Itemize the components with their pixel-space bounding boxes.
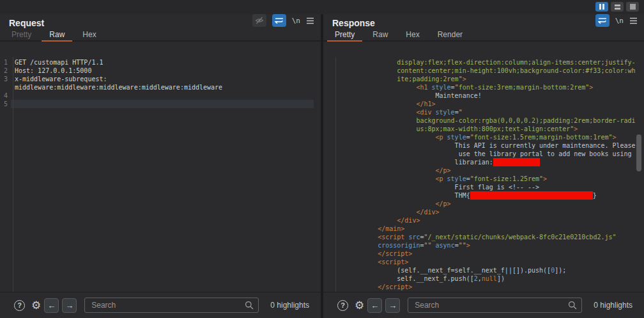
request-line: 1GET /customapi HTTP/1.1	[0, 58, 321, 67]
search-next-button[interactable]: →	[385, 298, 400, 313]
response-code-line: use the library portal to add new books …	[336, 150, 644, 158]
response-code-line: <div style="	[336, 108, 644, 116]
wrap-lines-button[interactable]	[595, 14, 610, 27]
tab-response-hex[interactable]: Hex	[397, 29, 428, 40]
hamburger-menu-icon[interactable]	[306, 17, 314, 24]
redaction-box	[470, 191, 593, 200]
request-line-text	[11, 91, 314, 100]
response-code-line: THM{}	[336, 191, 644, 200]
wrap-lines-icon	[275, 17, 284, 24]
request-tab-row: Pretty Raw Hex \n	[0, 29, 321, 42]
response-footer: ? ⚙ ← → 0 highlights	[323, 292, 644, 318]
line-number: 3	[0, 75, 10, 83]
response-panel: Response Pretty Raw Hex Render \n displa…	[323, 14, 644, 292]
response-code-line: <script>	[336, 258, 644, 266]
tab-response-render[interactable]: Render	[429, 29, 471, 40]
search-prev-button[interactable]: ←	[367, 298, 382, 313]
request-line: 3x-middleware-subrequest:	[0, 75, 321, 83]
request-line-text: middleware:middleware:middleware:middlew…	[11, 83, 314, 91]
response-code-line: </script>	[336, 283, 644, 291]
response-gutter-divider	[335, 57, 336, 292]
columns-layout-icon	[599, 4, 601, 10]
search-prev-button[interactable]: ←	[44, 298, 59, 313]
top-strip	[0, 0, 644, 14]
request-footer: ? ⚙ ← → 0 highlights	[0, 292, 321, 318]
response-code-line: <p style="font-size:1.5rem;margin-bottom…	[336, 133, 644, 141]
hamburger-menu-icon[interactable]	[629, 17, 638, 24]
redaction-box	[493, 158, 540, 166]
response-toolbar: \n	[595, 14, 638, 28]
response-code-line: </p>	[336, 166, 644, 175]
newline-toggle[interactable]: \n	[615, 17, 624, 25]
request-search-box	[84, 298, 259, 313]
response-tab-row: Pretty Raw Hex Render \n	[323, 29, 644, 42]
response-code-line: display:flex;flex-direction:column;align…	[336, 58, 644, 67]
hide-button[interactable]	[252, 14, 266, 27]
request-gutter-divider	[13, 57, 13, 292]
eye-off-icon	[255, 16, 264, 25]
response-viewer[interactable]: display:flex;flex-direction:column;align…	[323, 57, 644, 292]
response-code-line: crossorigin="" async="">	[336, 241, 644, 250]
line-number: 2	[0, 67, 10, 75]
response-code-line: </h1>	[336, 100, 644, 108]
rows-layout-button[interactable]	[611, 2, 624, 12]
help-icon[interactable]: ?	[337, 300, 348, 311]
response-code-line: <h1 style="font-size:3rem;margin-bottom:…	[336, 83, 644, 91]
request-line-text: Host: 127.0.0.1:5000	[11, 67, 314, 75]
request-line: 5	[0, 100, 321, 108]
request-editor[interactable]: 1GET /customapi HTTP/1.12Host: 127.0.0.1…	[0, 57, 321, 292]
response-code-line: This API is currently under maintenance.…	[336, 141, 644, 150]
tab-response-pretty[interactable]: Pretty	[326, 29, 364, 40]
line-number: 4	[0, 91, 10, 100]
request-toolbar: \n	[252, 14, 314, 28]
rows-layout-icon	[615, 4, 620, 10]
single-layout-icon	[630, 4, 636, 10]
columns-layout-button[interactable]	[595, 2, 608, 12]
request-panel: Request Pretty Raw Hex \n	[0, 14, 321, 292]
response-code-line: (self.__next_f=self.__next_f||[]).push([…	[336, 266, 644, 274]
magnifier-icon	[568, 301, 577, 310]
response-search-input[interactable]	[408, 298, 582, 313]
search-next-button[interactable]: →	[62, 298, 77, 313]
layout-button-group	[595, 2, 639, 12]
response-search-box	[408, 298, 582, 313]
response-code-line: us:8px;max-width:800px;text-align:center…	[336, 125, 644, 133]
response-code-line: </div>	[336, 208, 644, 216]
tab-request-pretty[interactable]: Pretty	[3, 29, 40, 40]
response-code-line: background-color:rgba(0,0,0,0.2);padding…	[336, 116, 644, 125]
request-line: middleware:middleware:middleware:middlew…	[0, 83, 321, 91]
response-code-line: content:center;min-height:100vh;backgrou…	[336, 67, 644, 75]
response-code-line: </script>	[336, 250, 644, 258]
response-highlights-count: 0 highlights	[594, 301, 632, 310]
request-highlights-count: 0 highlights	[270, 301, 309, 310]
response-code-line: <p style="font-size:1.25rem">	[336, 175, 644, 183]
response-scrollbar-thumb[interactable]	[636, 134, 641, 171]
tab-request-hex[interactable]: Hex	[73, 29, 105, 40]
line-number: 5	[0, 100, 10, 108]
response-code-line: Maintenance!	[336, 91, 644, 100]
gear-icon[interactable]: ⚙	[31, 300, 41, 311]
response-code-line: librarian:	[336, 158, 644, 166]
single-layout-button[interactable]	[626, 2, 639, 12]
response-code-line: ite;padding:2rem">	[336, 75, 644, 83]
response-code-line: </div>	[336, 216, 644, 225]
request-search-input[interactable]	[84, 298, 259, 313]
tab-request-raw[interactable]: Raw	[40, 29, 73, 40]
request-line: 4	[0, 91, 321, 100]
response-code-line: First flag is <!-- -->	[336, 183, 644, 191]
tab-response-raw[interactable]: Raw	[364, 29, 397, 40]
request-line-text: x-middleware-subrequest:	[11, 75, 314, 83]
line-number: 1	[0, 58, 10, 67]
response-code-line: </p>	[336, 200, 644, 208]
response-code-line: </main>	[336, 225, 644, 233]
newline-toggle[interactable]: \n	[292, 17, 300, 25]
line-number	[0, 83, 10, 91]
gear-icon[interactable]: ⚙	[355, 300, 364, 311]
request-line-text: GET /customapi HTTP/1.1	[11, 58, 314, 67]
request-line-text	[11, 100, 314, 108]
help-icon[interactable]: ?	[14, 300, 25, 311]
magnifier-icon	[245, 301, 254, 310]
request-line: 2Host: 127.0.0.1:5000	[0, 67, 321, 75]
wrap-lines-button[interactable]	[272, 14, 286, 27]
response-code-line: self.__next_f.push([2,null])	[336, 274, 644, 283]
